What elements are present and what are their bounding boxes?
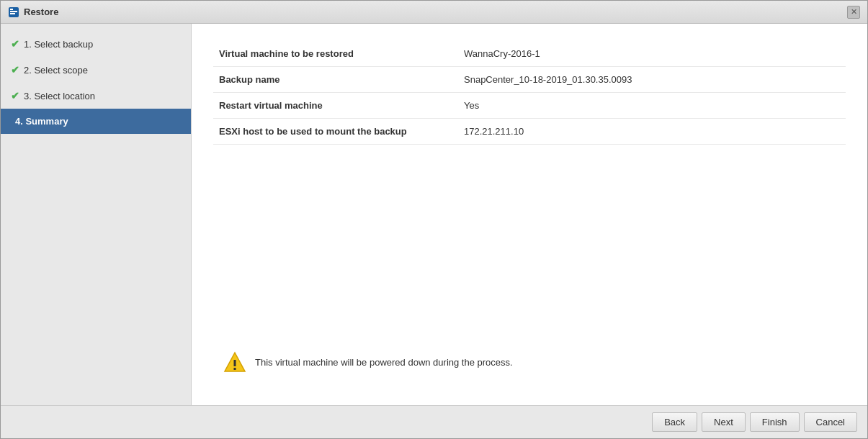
sidebar-item-select-scope[interactable]: ✔ 2. Select scope <box>1 57 191 83</box>
check-icon-1: ✔ <box>11 38 19 50</box>
back-button[interactable]: Back <box>652 412 697 432</box>
warning-icon <box>223 350 246 374</box>
check-icon-2: ✔ <box>11 64 19 76</box>
main-content: Virtual machine to be restored WannaCry-… <box>192 24 867 405</box>
row-label-0: Virtual machine to be restored <box>213 41 458 67</box>
row-label-1: Backup name <box>213 67 458 93</box>
row-value-2: Yes <box>458 93 846 119</box>
sidebar-item-summary[interactable]: 4. Summary <box>1 109 191 134</box>
table-row: Backup name SnapCenter_10-18-2019_01.30.… <box>213 67 846 93</box>
row-value-0: WannaCry-2016-1 <box>458 41 846 67</box>
title-bar-left: Restore <box>8 6 58 18</box>
row-value-3: 172.21.211.10 <box>458 119 846 145</box>
dialog-footer: Back Next Finish Cancel <box>1 405 867 438</box>
warning-text: This virtual machine will be powered dow… <box>255 357 513 368</box>
svg-rect-3 <box>10 9 13 10</box>
warning-box: This virtual machine will be powered dow… <box>213 343 846 381</box>
summary-table: Virtual machine to be restored WannaCry-… <box>213 41 846 145</box>
row-label-3: ESXi host to be used to mount the backup <box>213 119 458 145</box>
row-label-2: Restart virtual machine <box>213 93 458 119</box>
svg-rect-2 <box>10 13 15 14</box>
svg-rect-6 <box>234 368 236 370</box>
table-row: Restart virtual machine Yes <box>213 93 846 119</box>
svg-rect-5 <box>234 360 236 366</box>
app-icon <box>8 6 19 18</box>
row-value-1: SnapCenter_10-18-2019_01.30.35.0093 <box>458 67 846 93</box>
sidebar-item-label-4: 4. Summary <box>15 116 68 127</box>
cancel-button[interactable]: Cancel <box>804 412 857 432</box>
table-row: Virtual machine to be restored WannaCry-… <box>213 41 846 67</box>
dialog-body: ✔ 1. Select backup ✔ 2. Select scope ✔ 3… <box>1 24 867 405</box>
sidebar-item-label-1: 1. Select backup <box>24 39 93 50</box>
title-bar: Restore ✕ <box>1 1 867 24</box>
finish-button[interactable]: Finish <box>750 412 800 432</box>
close-button[interactable]: ✕ <box>847 6 860 19</box>
sidebar-item-label-3: 3. Select location <box>24 91 95 101</box>
sidebar: ✔ 1. Select backup ✔ 2. Select scope ✔ 3… <box>1 24 192 405</box>
sidebar-item-select-location[interactable]: ✔ 3. Select location <box>1 83 191 109</box>
sidebar-item-select-backup[interactable]: ✔ 1. Select backup <box>1 31 191 57</box>
svg-rect-1 <box>10 11 17 12</box>
restore-dialog: Restore ✕ ✔ 1. Select backup ✔ 2. Select… <box>0 0 868 439</box>
dialog-title: Restore <box>24 6 58 17</box>
check-icon-3: ✔ <box>11 90 19 101</box>
table-row: ESXi host to be used to mount the backup… <box>213 119 846 145</box>
next-button[interactable]: Next <box>702 412 746 432</box>
sidebar-item-label-2: 2. Select scope <box>24 65 88 76</box>
